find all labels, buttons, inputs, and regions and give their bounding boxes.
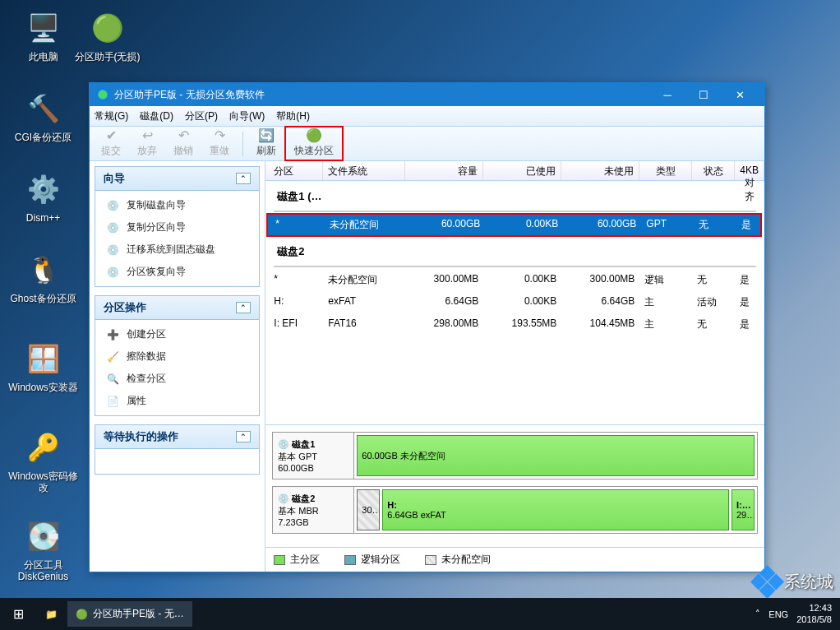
cell: I: EFI	[265, 316, 323, 333]
toolbar-icon: 🔄	[258, 129, 275, 144]
window-title: 分区助手PE版 - 无损分区免费软件	[114, 88, 265, 102]
column-header[interactable]: 4KB对齐	[735, 161, 764, 180]
desktop-icon[interactable]: 🖥️此电脑	[8, 8, 78, 63]
toolbar-button-放弃: ↩放弃	[129, 127, 165, 160]
legend-item: 逻辑分区	[344, 553, 400, 567]
table-row[interactable]: I: EFIFAT16298.00MB193.55MB104.45MB主无是	[265, 313, 764, 336]
cell: 无	[694, 216, 736, 234]
panel-title: 分区操作	[104, 300, 146, 315]
table-row[interactable]: *未分配空间300.00MB0.00KB300.00MB逻辑无是	[265, 269, 764, 291]
taskbar-app-item[interactable]: 🟢 分区助手PE版 - 无…	[67, 601, 192, 627]
collapse-icon[interactable]: ⌃	[236, 431, 251, 442]
menu-item[interactable]: 常规(G)	[95, 109, 128, 123]
item-label: 擦除数据	[127, 350, 166, 364]
taskbar-file-explorer[interactable]: 📁	[39, 601, 64, 627]
toolbar-label: 重做	[210, 144, 229, 158]
minimize-button[interactable]: ─	[649, 83, 685, 106]
menu-item[interactable]: 帮助(H)	[276, 109, 310, 123]
column-header[interactable]: 文件系统	[323, 161, 405, 180]
sidebar-item[interactable]: 💿迁移系统到固态磁盘	[95, 239, 259, 261]
cell: 主	[639, 316, 692, 333]
sidebar-item[interactable]: 🔍检查分区	[95, 368, 259, 390]
column-header[interactable]: 分区	[265, 161, 323, 180]
icon-label: 分区助手(无损)	[72, 51, 142, 63]
desktop-icon[interactable]: 🐧Ghost备份还原	[8, 250, 78, 304]
sidebar-item[interactable]: 📄属性	[95, 390, 259, 412]
sidebar-panel: 分区操作⌃➕创建分区🧹擦除数据🔍检查分区📄属性	[95, 295, 260, 416]
sidebar-panel: 向导⌃💿复制磁盘向导💿复制分区向导💿迁移系统到固态磁盘💿分区恢复向导	[95, 166, 260, 287]
desktop-icon[interactable]: 🔨CGI备份还原	[8, 89, 78, 143]
cell: 298.00MB	[405, 316, 483, 333]
item-icon: 💿	[105, 266, 120, 279]
menu-item[interactable]: 分区(P)	[185, 109, 218, 123]
disk-bar[interactable]: 30…	[357, 489, 380, 530]
toolbar-label: 快速分区	[294, 144, 334, 158]
legend-swatch	[274, 555, 285, 565]
icon-glyph: 🔑	[24, 428, 63, 467]
cell: 300.00MB	[405, 271, 483, 289]
sidebar: 向导⌃💿复制磁盘向导💿复制分区向导💿迁移系统到固态磁盘💿分区恢复向导分区操作⌃➕…	[90, 161, 265, 572]
panel-header[interactable]: 分区操作⌃	[95, 296, 259, 320]
item-icon: 💿	[105, 221, 120, 234]
toolbar-button-快速分区[interactable]: 🟢快速分区	[286, 127, 342, 160]
disk-bar[interactable]: I:…29…	[732, 489, 755, 530]
desktop-icon[interactable]: ⚙️Dism++	[8, 169, 78, 224]
icon-label: Windows密码修改	[8, 470, 78, 494]
item-label: 复制磁盘向导	[127, 198, 186, 212]
column-header[interactable]: 容量	[405, 161, 483, 180]
start-button[interactable]: ⊞	[0, 598, 37, 630]
collapse-icon[interactable]: ⌃	[236, 173, 251, 184]
cell: 是	[736, 216, 761, 234]
panel-title: 向导	[104, 171, 125, 186]
column-header[interactable]: 状态	[692, 161, 735, 180]
watermark: 系统城	[755, 570, 833, 594]
item-label: 创建分区	[127, 327, 166, 341]
column-header[interactable]: 类型	[639, 161, 692, 180]
disk-map[interactable]: 💿 磁盘2基本 MBR7.23GB30…H:6.64GB exFATI:…29…	[272, 486, 758, 534]
maximize-button[interactable]: ☐	[685, 83, 722, 106]
menu-item[interactable]: 向导(W)	[229, 109, 265, 123]
desktop-icon[interactable]: 🟢分区助手(无损)	[72, 8, 142, 63]
panel-header[interactable]: 向导⌃	[95, 167, 259, 191]
disk-map[interactable]: 💿 磁盘1基本 GPT60.00GB60.00GB 未分配空间	[272, 432, 758, 479]
toolbar-separator	[242, 132, 243, 156]
toolbar-icon: 🟢	[306, 129, 322, 144]
disk-group-label[interactable]: 磁盘1 (…	[265, 181, 764, 209]
disk-group-label[interactable]: 磁盘2	[265, 236, 764, 264]
close-button[interactable]: ✕	[722, 83, 758, 106]
icon-glyph: 💽	[24, 517, 63, 556]
sidebar-item[interactable]: 💿分区恢复向导	[95, 261, 259, 283]
sidebar-item[interactable]: 💿复制磁盘向导	[95, 194, 259, 216]
column-header[interactable]: 未使用	[561, 161, 639, 180]
sidebar-item[interactable]: ➕创建分区	[95, 323, 259, 345]
toolbar-label: 撤销	[173, 144, 193, 158]
system-tray[interactable]: ˄ ENG 12:43 2018/5/8	[747, 603, 840, 624]
desktop-icon[interactable]: 🪟Windows安装器	[8, 339, 78, 393]
toolbar-button-刷新[interactable]: 🔄刷新	[248, 127, 284, 160]
column-header[interactable]: 已使用	[483, 161, 561, 180]
menu-item[interactable]: 磁盘(D)	[140, 109, 173, 123]
icon-glyph: 🪟	[24, 339, 63, 378]
collapse-icon[interactable]: ⌃	[236, 302, 251, 313]
table-row[interactable]: *未分配空间60.00GB0.00KB60.00GBGPT无是	[267, 214, 761, 236]
desktop-icon[interactable]: 🔑Windows密码修改	[8, 428, 78, 494]
tray-clock[interactable]: 12:43 2018/5/8	[796, 603, 832, 624]
toolbar-button-撤销: ↶撤销	[165, 127, 201, 160]
panel-header[interactable]: 等待执行的操作⌃	[95, 425, 259, 449]
desktop-icon[interactable]: 💽分区工具DiskGenius	[8, 517, 78, 583]
disk-bar[interactable]: 60.00GB 未分配空间	[357, 435, 755, 476]
disk-bar[interactable]: H:6.64GB exFAT	[382, 489, 729, 530]
toolbar-icon: ↷	[215, 129, 225, 144]
sidebar-item[interactable]: 🧹擦除数据	[95, 345, 259, 368]
tray-up-icon[interactable]: ˄	[755, 609, 760, 619]
disk-map-info: 💿 磁盘1基本 GPT60.00GB	[273, 433, 354, 479]
disk-map-info: 💿 磁盘2基本 MBR7.23GB	[273, 487, 354, 533]
cell: 逻辑	[639, 271, 692, 289]
cell: 无	[692, 316, 735, 333]
legend: 主分区逻辑分区未分配空间	[265, 547, 764, 572]
icon-label: 分区工具DiskGenius	[8, 559, 78, 583]
table-row[interactable]: H:exFAT6.64GB0.00KB6.64GB主活动是	[265, 291, 764, 313]
titlebar[interactable]: 分区助手PE版 - 无损分区免费软件 ─ ☐ ✕	[90, 83, 764, 106]
sidebar-item[interactable]: 💿复制分区向导	[95, 216, 259, 239]
tray-lang[interactable]: ENG	[768, 609, 788, 619]
